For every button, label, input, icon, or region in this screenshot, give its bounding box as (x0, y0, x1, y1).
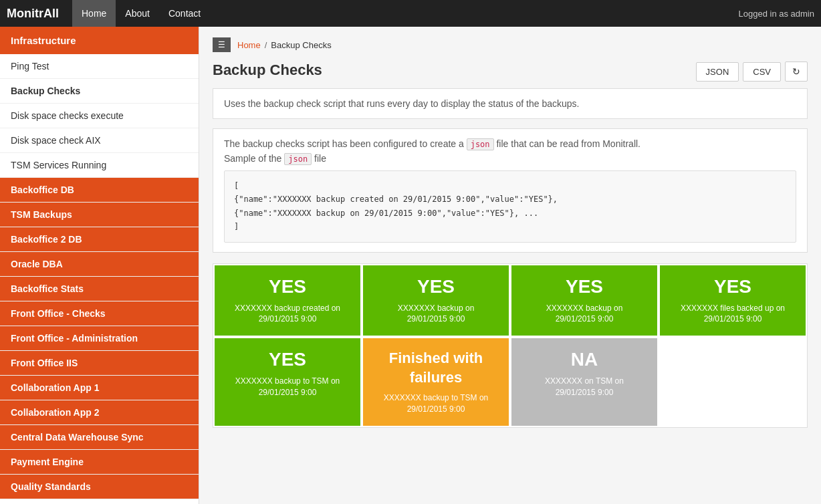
info-code2: json (284, 153, 312, 165)
status-desc-2-1: XXXXXXX backup to TSM on29/01/2015 9:00 (221, 376, 354, 398)
sidebar-item-backup-checks[interactable]: Backup Checks (0, 79, 199, 104)
toolbar-buttons: JSON CSV ↻ (696, 61, 808, 82)
sidebar-item-tsm-backups[interactable]: TSM Backups (0, 203, 199, 227)
sidebar-item-oracle-dba[interactable]: Oracle DBA (0, 252, 199, 277)
sidebar-item-frontoffice-iis[interactable]: Front Office IIS (0, 351, 199, 376)
brand: MonitrAll (7, 7, 59, 21)
status-value-1-4: YES (667, 276, 799, 297)
code-line2: {"name":"XXXXXXX backup created on 29/01… (234, 193, 786, 206)
status-desc-1-4: XXXXXXX files backed up on29/01/2015 9:0… (667, 303, 799, 326)
status-value-2-3: NA (518, 349, 651, 370)
page-title: Backup Checks (213, 61, 322, 79)
status-desc-1-1: XXXXXXX backup created on29/01/2015 9:00 (221, 303, 354, 326)
status-cell-2-4-empty (659, 337, 807, 427)
sidebar-item-cdw-sync[interactable]: Central Data Warehouse Sync (0, 425, 199, 450)
status-cell-1-2: YES XXXXXXX backup on29/01/2015 9:00 (362, 264, 510, 338)
info-code1: json (467, 138, 494, 150)
json-button[interactable]: JSON (696, 62, 739, 82)
sidebar-item-quality-standards[interactable]: Quality Standards (0, 475, 199, 499)
status-desc-2-3: XXXXXXX on TSM on29/01/2015 9:00 (518, 376, 651, 398)
status-value-2-2: Finished with failures (370, 349, 502, 387)
code-line4: ] (234, 220, 786, 233)
info-line1-prefix: The backup checks script has been config… (224, 138, 467, 149)
status-desc-1-2: XXXXXXX backup on29/01/2015 9:00 (370, 303, 502, 326)
sidebar-item-backoffice-db[interactable]: Backoffice DB (0, 178, 199, 203)
top-nav: MonitrAll Home About Contact Logged in a… (0, 0, 821, 27)
status-desc-1-3: XXXXXXX backup on29/01/2015 9:00 (518, 303, 651, 326)
status-row-2: YES XXXXXXX backup to TSM on29/01/2015 9… (213, 337, 807, 427)
sidebar-item-payment-engine[interactable]: Payment Engine (0, 450, 199, 475)
sidebar-item-disk-check-aix[interactable]: Disk space check AIX (0, 128, 199, 153)
page-title-bar: Backup Checks JSON CSV ↻ (213, 61, 808, 82)
info-line1-suffix: file that can be read from Monitrall. (494, 138, 640, 149)
sidebar-item-backoffice2-db[interactable]: Backoffice 2 DB (0, 227, 199, 252)
sidebar-item-collab-app2[interactable]: Collaboration App 2 (0, 400, 199, 425)
status-value-1-2: YES (370, 276, 502, 297)
info-line1: The backup checks script has been config… (224, 138, 796, 149)
nav-links: Home About Contact (72, 0, 739, 27)
status-cell-2-3: NA XXXXXXX on TSM on29/01/2015 9:00 (510, 337, 659, 427)
status-cell-1-4: YES XXXXXXX files backed up on29/01/2015… (659, 264, 807, 338)
status-row-1: YES XXXXXXX backup created on29/01/2015 … (213, 264, 807, 338)
auth-label: Logged in as admin (739, 9, 814, 19)
status-cell-2-1: YES XXXXXXX backup to TSM on29/01/2015 9… (213, 337, 362, 427)
breadcrumb-current: Backup Checks (271, 40, 331, 50)
breadcrumb-separator: / (265, 40, 267, 50)
status-cell-2-2: Finished with failures XXXXXXX backup to… (362, 337, 510, 427)
refresh-button[interactable]: ↻ (785, 61, 808, 82)
sidebar-section-infrastructure: Infrastructure (0, 27, 199, 54)
sidebar-item-backoffice-stats[interactable]: Backoffice Stats (0, 277, 199, 301)
description-text: Uses the backup check script that runs e… (224, 98, 580, 109)
sidebar-item-collab-app1[interactable]: Collaboration App 1 (0, 376, 199, 400)
description-box: Uses the backup check script that runs e… (213, 88, 808, 119)
sidebar-item-tsm-services[interactable]: TSM Services Running (0, 153, 199, 178)
code-line3: {"name":"XXXXXXX backup on 29/01/2015 9:… (234, 207, 786, 220)
status-cell-1-1: YES XXXXXXX backup created on29/01/2015 … (213, 264, 362, 338)
layout: Infrastructure Ping Test Backup Checks D… (0, 27, 821, 504)
status-cell-1-3: YES XXXXXXX backup on29/01/2015 9:00 (510, 264, 659, 338)
status-value-1-1: YES (221, 276, 354, 297)
sidebar: Infrastructure Ping Test Backup Checks D… (0, 27, 199, 504)
sidebar-item-frontoffice-checks[interactable]: Front Office - Checks (0, 301, 199, 326)
code-sample: [ {"name":"XXXXXXX backup created on 29/… (224, 170, 796, 243)
sidebar-item-frontoffice-admin[interactable]: Front Office - Administration (0, 326, 199, 351)
status-desc-2-2: XXXXXXX backup to TSM on29/01/2015 9:00 (370, 392, 502, 415)
csv-button[interactable]: CSV (743, 62, 781, 82)
nav-contact[interactable]: Contact (159, 0, 210, 27)
info-line2-prefix: Sample of the (224, 153, 284, 164)
info-line2: Sample of the json file (224, 153, 796, 164)
sidebar-item-ping-test[interactable]: Ping Test (0, 54, 199, 79)
info-box: The backup checks script has been config… (213, 128, 808, 253)
code-line1: [ (234, 179, 786, 193)
status-value-1-3: YES (518, 276, 651, 297)
sidebar-item-disk-checks-execute[interactable]: Disk space checks execute (0, 104, 199, 128)
menu-icon[interactable]: ☰ (213, 37, 231, 52)
breadcrumb-home[interactable]: Home (237, 40, 261, 50)
main-content: ☰ Home / Backup Checks Backup Checks JSO… (199, 27, 821, 504)
nav-about[interactable]: About (116, 0, 159, 27)
info-line2-suffix: file (312, 153, 326, 164)
status-grid: YES XXXXXXX backup created on29/01/2015 … (213, 263, 808, 428)
breadcrumb: ☰ Home / Backup Checks (213, 37, 808, 52)
status-value-2-1: YES (221, 349, 354, 370)
nav-home[interactable]: Home (72, 0, 116, 27)
